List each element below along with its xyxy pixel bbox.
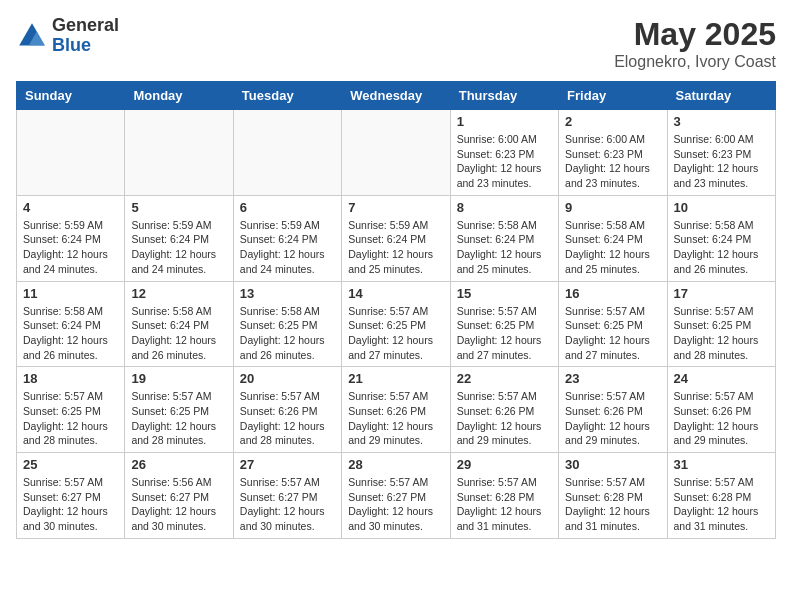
logo-blue-text: Blue	[52, 36, 119, 56]
calendar-cell: 20Sunrise: 5:57 AM Sunset: 6:26 PM Dayli…	[233, 367, 341, 453]
day-number: 14	[348, 286, 443, 301]
calendar-cell: 16Sunrise: 5:57 AM Sunset: 6:25 PM Dayli…	[559, 281, 667, 367]
day-info: Sunrise: 5:57 AM Sunset: 6:25 PM Dayligh…	[23, 389, 118, 448]
calendar-table: SundayMondayTuesdayWednesdayThursdayFrid…	[16, 81, 776, 539]
page-header: General Blue May 2025 Elognekro, Ivory C…	[16, 16, 776, 71]
day-number: 25	[23, 457, 118, 472]
day-number: 8	[457, 200, 552, 215]
calendar-cell: 2Sunrise: 6:00 AM Sunset: 6:23 PM Daylig…	[559, 110, 667, 196]
calendar-cell: 4Sunrise: 5:59 AM Sunset: 6:24 PM Daylig…	[17, 195, 125, 281]
calendar-cell: 18Sunrise: 5:57 AM Sunset: 6:25 PM Dayli…	[17, 367, 125, 453]
day-number: 10	[674, 200, 769, 215]
calendar-cell: 30Sunrise: 5:57 AM Sunset: 6:28 PM Dayli…	[559, 453, 667, 539]
weekday-header-thursday: Thursday	[450, 82, 558, 110]
day-info: Sunrise: 5:57 AM Sunset: 6:28 PM Dayligh…	[674, 475, 769, 534]
calendar-cell: 6Sunrise: 5:59 AM Sunset: 6:24 PM Daylig…	[233, 195, 341, 281]
day-info: Sunrise: 5:57 AM Sunset: 6:26 PM Dayligh…	[240, 389, 335, 448]
calendar-cell: 1Sunrise: 6:00 AM Sunset: 6:23 PM Daylig…	[450, 110, 558, 196]
weekday-header-saturday: Saturday	[667, 82, 775, 110]
day-number: 15	[457, 286, 552, 301]
calendar-cell: 27Sunrise: 5:57 AM Sunset: 6:27 PM Dayli…	[233, 453, 341, 539]
day-info: Sunrise: 5:57 AM Sunset: 6:25 PM Dayligh…	[348, 304, 443, 363]
day-number: 4	[23, 200, 118, 215]
calendar-cell	[342, 110, 450, 196]
weekday-header-wednesday: Wednesday	[342, 82, 450, 110]
month-title: May 2025	[614, 16, 776, 53]
day-number: 12	[131, 286, 226, 301]
day-number: 26	[131, 457, 226, 472]
day-info: Sunrise: 5:57 AM Sunset: 6:25 PM Dayligh…	[131, 389, 226, 448]
calendar-cell: 9Sunrise: 5:58 AM Sunset: 6:24 PM Daylig…	[559, 195, 667, 281]
day-number: 1	[457, 114, 552, 129]
calendar-week-row: 25Sunrise: 5:57 AM Sunset: 6:27 PM Dayli…	[17, 453, 776, 539]
logo-icon	[16, 20, 48, 52]
calendar-cell: 12Sunrise: 5:58 AM Sunset: 6:24 PM Dayli…	[125, 281, 233, 367]
day-number: 13	[240, 286, 335, 301]
day-number: 18	[23, 371, 118, 386]
day-info: Sunrise: 5:58 AM Sunset: 6:24 PM Dayligh…	[565, 218, 660, 277]
day-number: 28	[348, 457, 443, 472]
day-number: 23	[565, 371, 660, 386]
day-info: Sunrise: 5:57 AM Sunset: 6:27 PM Dayligh…	[348, 475, 443, 534]
calendar-cell: 3Sunrise: 6:00 AM Sunset: 6:23 PM Daylig…	[667, 110, 775, 196]
day-info: Sunrise: 5:59 AM Sunset: 6:24 PM Dayligh…	[348, 218, 443, 277]
day-info: Sunrise: 5:57 AM Sunset: 6:28 PM Dayligh…	[565, 475, 660, 534]
day-info: Sunrise: 5:59 AM Sunset: 6:24 PM Dayligh…	[23, 218, 118, 277]
day-number: 2	[565, 114, 660, 129]
weekday-header-row: SundayMondayTuesdayWednesdayThursdayFrid…	[17, 82, 776, 110]
calendar-cell: 31Sunrise: 5:57 AM Sunset: 6:28 PM Dayli…	[667, 453, 775, 539]
calendar-cell: 19Sunrise: 5:57 AM Sunset: 6:25 PM Dayli…	[125, 367, 233, 453]
calendar-cell: 28Sunrise: 5:57 AM Sunset: 6:27 PM Dayli…	[342, 453, 450, 539]
day-info: Sunrise: 5:58 AM Sunset: 6:25 PM Dayligh…	[240, 304, 335, 363]
day-info: Sunrise: 5:58 AM Sunset: 6:24 PM Dayligh…	[457, 218, 552, 277]
day-info: Sunrise: 5:57 AM Sunset: 6:28 PM Dayligh…	[457, 475, 552, 534]
day-info: Sunrise: 5:57 AM Sunset: 6:27 PM Dayligh…	[240, 475, 335, 534]
calendar-cell	[17, 110, 125, 196]
day-number: 31	[674, 457, 769, 472]
calendar-cell: 21Sunrise: 5:57 AM Sunset: 6:26 PM Dayli…	[342, 367, 450, 453]
day-info: Sunrise: 5:56 AM Sunset: 6:27 PM Dayligh…	[131, 475, 226, 534]
calendar-cell: 25Sunrise: 5:57 AM Sunset: 6:27 PM Dayli…	[17, 453, 125, 539]
day-info: Sunrise: 5:57 AM Sunset: 6:26 PM Dayligh…	[674, 389, 769, 448]
calendar-cell	[233, 110, 341, 196]
weekday-header-monday: Monday	[125, 82, 233, 110]
day-info: Sunrise: 5:57 AM Sunset: 6:27 PM Dayligh…	[23, 475, 118, 534]
day-number: 21	[348, 371, 443, 386]
day-info: Sunrise: 5:57 AM Sunset: 6:26 PM Dayligh…	[348, 389, 443, 448]
calendar-cell: 23Sunrise: 5:57 AM Sunset: 6:26 PM Dayli…	[559, 367, 667, 453]
day-info: Sunrise: 5:58 AM Sunset: 6:24 PM Dayligh…	[674, 218, 769, 277]
location-title: Elognekro, Ivory Coast	[614, 53, 776, 71]
calendar-week-row: 1Sunrise: 6:00 AM Sunset: 6:23 PM Daylig…	[17, 110, 776, 196]
calendar-cell: 11Sunrise: 5:58 AM Sunset: 6:24 PM Dayli…	[17, 281, 125, 367]
day-number: 5	[131, 200, 226, 215]
day-number: 9	[565, 200, 660, 215]
day-number: 11	[23, 286, 118, 301]
calendar-week-row: 4Sunrise: 5:59 AM Sunset: 6:24 PM Daylig…	[17, 195, 776, 281]
day-info: Sunrise: 5:57 AM Sunset: 6:26 PM Dayligh…	[565, 389, 660, 448]
calendar-cell: 5Sunrise: 5:59 AM Sunset: 6:24 PM Daylig…	[125, 195, 233, 281]
day-info: Sunrise: 5:57 AM Sunset: 6:26 PM Dayligh…	[457, 389, 552, 448]
calendar-cell: 14Sunrise: 5:57 AM Sunset: 6:25 PM Dayli…	[342, 281, 450, 367]
day-info: Sunrise: 6:00 AM Sunset: 6:23 PM Dayligh…	[565, 132, 660, 191]
logo-general-text: General	[52, 16, 119, 36]
calendar-cell: 26Sunrise: 5:56 AM Sunset: 6:27 PM Dayli…	[125, 453, 233, 539]
logo: General Blue	[16, 16, 119, 56]
day-number: 29	[457, 457, 552, 472]
weekday-header-friday: Friday	[559, 82, 667, 110]
day-info: Sunrise: 5:57 AM Sunset: 6:25 PM Dayligh…	[565, 304, 660, 363]
day-info: Sunrise: 5:58 AM Sunset: 6:24 PM Dayligh…	[131, 304, 226, 363]
day-number: 3	[674, 114, 769, 129]
day-number: 22	[457, 371, 552, 386]
day-number: 6	[240, 200, 335, 215]
day-info: Sunrise: 5:57 AM Sunset: 6:25 PM Dayligh…	[457, 304, 552, 363]
day-number: 20	[240, 371, 335, 386]
calendar-cell: 10Sunrise: 5:58 AM Sunset: 6:24 PM Dayli…	[667, 195, 775, 281]
logo-text: General Blue	[52, 16, 119, 56]
calendar-cell: 13Sunrise: 5:58 AM Sunset: 6:25 PM Dayli…	[233, 281, 341, 367]
day-info: Sunrise: 5:59 AM Sunset: 6:24 PM Dayligh…	[131, 218, 226, 277]
day-info: Sunrise: 6:00 AM Sunset: 6:23 PM Dayligh…	[674, 132, 769, 191]
day-info: Sunrise: 5:58 AM Sunset: 6:24 PM Dayligh…	[23, 304, 118, 363]
weekday-header-sunday: Sunday	[17, 82, 125, 110]
calendar-cell: 24Sunrise: 5:57 AM Sunset: 6:26 PM Dayli…	[667, 367, 775, 453]
day-number: 30	[565, 457, 660, 472]
